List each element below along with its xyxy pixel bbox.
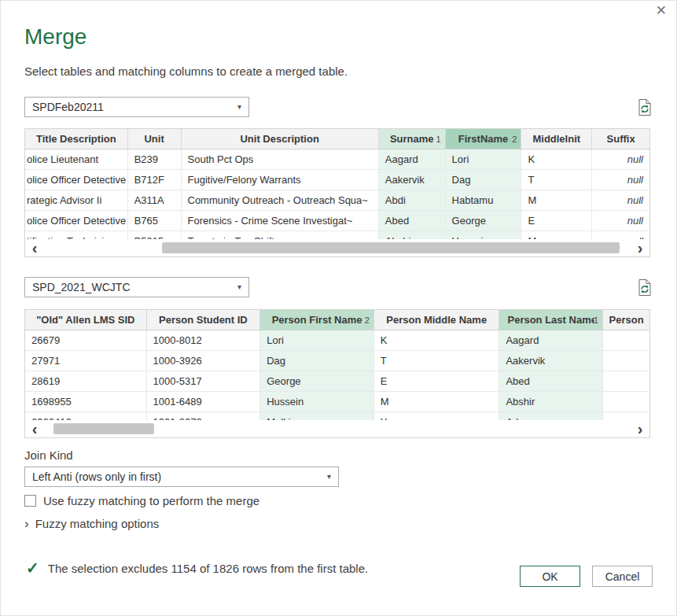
table-cell[interactable]: 1000-5317: [147, 371, 261, 392]
column-header-firstname[interactable]: FirstName2: [446, 129, 522, 149]
table-cell[interactable]: [603, 412, 649, 420]
table-cell[interactable]: null: [592, 170, 649, 190]
table-cell[interactable]: olice Officer Detective: [25, 170, 128, 190]
table-cell[interactable]: George: [260, 371, 374, 392]
scroll-right-icon[interactable]: ›: [631, 421, 649, 437]
table-cell[interactable]: Forensics - Crime Scene Investigat~: [182, 211, 379, 231]
table-cell[interactable]: Lori: [260, 330, 374, 351]
column-header-suffix[interactable]: Suffix: [592, 129, 649, 149]
refresh-preview-icon[interactable]: [638, 279, 652, 296]
table-cell[interactable]: T: [521, 170, 592, 190]
table-cell[interactable]: Fugitive/Felony Warrants: [182, 170, 379, 190]
table-cell[interactable]: B712F: [128, 170, 182, 190]
table-cell[interactable]: null: [592, 231, 649, 239]
first-table-horizontal-scrollbar[interactable]: ‹ ›: [25, 239, 649, 256]
fuzzy-matching-checkbox[interactable]: [24, 495, 36, 507]
table-cell[interactable]: 1001-3073: [147, 412, 261, 420]
table-cell[interactable]: B5015: [128, 231, 182, 239]
table-cell[interactable]: olice Lieutenant: [25, 149, 128, 170]
table-cell[interactable]: M: [374, 392, 500, 412]
table-cell[interactable]: A311A: [128, 190, 182, 211]
table-cell[interactable]: Abed: [379, 211, 446, 231]
column-header-title-description[interactable]: Title Description: [25, 129, 128, 149]
column-header-middleinit[interactable]: MiddleInit: [521, 129, 592, 149]
table-cell[interactable]: Abshir: [499, 392, 603, 412]
table-cell[interactable]: null: [592, 211, 649, 231]
table-cell[interactable]: Dag: [260, 351, 374, 371]
scroll-right-icon[interactable]: ›: [631, 240, 649, 256]
column-header-unit-description[interactable]: Unit Description: [182, 129, 379, 149]
table-cell[interactable]: Community Outreach - Outreach Squa~: [182, 190, 379, 211]
table-cell[interactable]: [603, 330, 649, 351]
column-header-person-middle-name[interactable]: Person Middle Name: [374, 310, 500, 330]
table-cell[interactable]: M: [521, 231, 592, 239]
table-cell[interactable]: Aagard: [379, 149, 446, 170]
column-header-surname[interactable]: Surname1: [379, 129, 446, 149]
table-cell[interactable]: 1000-8012: [147, 330, 261, 351]
table-cell[interactable]: rategic Advisor Ii: [25, 190, 128, 211]
scrollbar-thumb[interactable]: [53, 423, 154, 434]
join-kind-selector[interactable]: Left Anti (rows only in first) ▾: [24, 467, 339, 487]
ok-button[interactable]: OK: [520, 566, 580, 587]
table-cell[interactable]: olice Officer Detective: [25, 211, 128, 231]
column-header-person-student-id[interactable]: Person Student ID: [147, 310, 261, 330]
table-cell[interactable]: Hussein: [446, 231, 522, 239]
table-cell[interactable]: M: [521, 190, 592, 211]
scrollbar-track[interactable]: [44, 420, 631, 437]
close-button[interactable]: ✕: [656, 4, 667, 17]
first-table-selector[interactable]: SPDFeb20211 ▾: [24, 97, 249, 117]
column-header-person[interactable]: Person: [603, 310, 649, 330]
table-cell[interactable]: 1698955: [25, 392, 147, 412]
table-cell[interactable]: George: [446, 211, 522, 231]
table-cell[interactable]: Aakervik: [499, 351, 603, 371]
table-cell[interactable]: B239: [128, 149, 182, 170]
table-cell[interactable]: Aden: [499, 412, 603, 420]
table-cell[interactable]: tification Technici~: [25, 231, 128, 239]
table-cell[interactable]: E: [374, 371, 500, 392]
table-cell[interactable]: Hussein: [260, 392, 374, 412]
scrollbar-thumb[interactable]: [162, 242, 620, 253]
table-cell[interactable]: Twenty-in-Ten Shift: [182, 231, 379, 239]
table-cell[interactable]: T: [374, 351, 500, 371]
column-header-person-last-name[interactable]: Person Last Name1: [499, 310, 603, 330]
table-cell[interactable]: 27971: [25, 351, 147, 371]
cancel-button[interactable]: Cancel: [592, 566, 653, 587]
table-cell[interactable]: null: [592, 190, 649, 211]
table-cell[interactable]: Mulki: [260, 412, 374, 420]
table-cell[interactable]: [603, 351, 649, 371]
table-cell[interactable]: 26679: [25, 330, 147, 351]
table-cell[interactable]: B765: [128, 211, 182, 231]
table-cell[interactable]: K: [374, 330, 500, 351]
fuzzy-options-expander[interactable]: › Fuzzy matching options: [24, 517, 159, 530]
scroll-left-icon[interactable]: ‹: [25, 421, 44, 437]
fuzzy-matching-checkbox-label[interactable]: Use fuzzy matching to perform the merge: [43, 494, 259, 507]
table-cell[interactable]: 1000-3926: [147, 351, 261, 371]
table-cell[interactable]: Aakervik: [379, 170, 446, 190]
table-cell[interactable]: [603, 371, 649, 392]
scrollbar-track[interactable]: [44, 239, 631, 256]
table-cell[interactable]: Lori: [446, 149, 522, 170]
table-cell[interactable]: Habtamu: [446, 190, 522, 211]
refresh-preview-icon[interactable]: [638, 99, 652, 116]
column-header-old-allen-lms-sid[interactable]: "Old" Allen LMS SID: [25, 310, 147, 330]
column-header-person-first-name[interactable]: Person First Name2: [260, 310, 374, 330]
table-cell[interactable]: Abdi: [379, 190, 446, 211]
table-cell[interactable]: null: [592, 149, 649, 170]
table-cell[interactable]: Aagard: [499, 330, 603, 351]
column-header-unit[interactable]: Unit: [128, 129, 182, 149]
table-cell[interactable]: 6966416: [25, 412, 147, 420]
second-table-horizontal-scrollbar[interactable]: ‹ ›: [25, 420, 649, 437]
table-cell[interactable]: 28619: [25, 371, 147, 392]
table-cell[interactable]: [603, 392, 649, 412]
table-cell[interactable]: Y: [374, 412, 500, 420]
table-cell[interactable]: Abshir: [379, 231, 446, 239]
second-table-selector-value: SPD_2021_WCJTC: [32, 281, 131, 293]
table-cell[interactable]: K: [521, 149, 592, 170]
table-cell[interactable]: 1001-6489: [147, 392, 261, 412]
table-cell[interactable]: Abed: [499, 371, 603, 392]
second-table-selector[interactable]: SPD_2021_WCJTC ▾: [24, 277, 249, 297]
table-cell[interactable]: Dag: [446, 170, 522, 190]
scroll-left-icon[interactable]: ‹: [25, 240, 44, 256]
table-cell[interactable]: E: [521, 211, 592, 231]
table-cell[interactable]: South Pct Ops: [182, 149, 379, 170]
